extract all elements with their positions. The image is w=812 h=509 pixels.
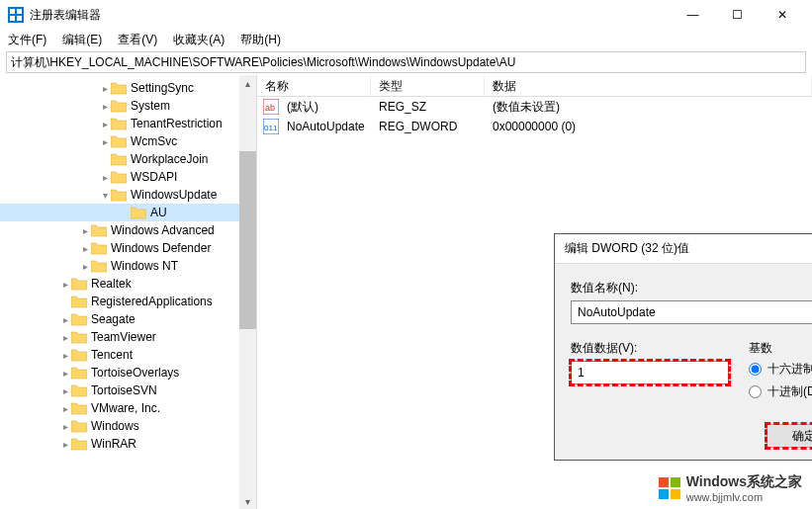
tree-label: WcmSvc (131, 134, 177, 148)
tree-label: Windows (91, 419, 139, 433)
value-data-input[interactable] (571, 361, 729, 384)
minimize-button[interactable]: — (671, 0, 715, 30)
tree-label: TortoiseSVN (91, 383, 157, 397)
tree-item[interactable]: ▸Seagate (0, 310, 256, 328)
tree-label: VMware, Inc. (91, 401, 160, 415)
ok-button[interactable]: 确定 (767, 424, 812, 448)
tree-item[interactable]: ▸Windows NT (0, 257, 256, 275)
tree-item[interactable]: ▸Realtek (0, 275, 256, 293)
expander-icon[interactable]: ▸ (99, 172, 111, 183)
data-label: 数值数据(V): (571, 340, 729, 357)
dialog-title-text: 编辑 DWORD (32 位)值 (565, 240, 689, 257)
expander-icon[interactable]: ▸ (59, 279, 71, 290)
titlebar: 注册表编辑器 — ☐ ✕ (0, 0, 812, 30)
tree-label: WorkplaceJoin (131, 152, 208, 166)
expander-icon[interactable]: ▸ (79, 225, 91, 236)
col-name[interactable]: 名称 (257, 75, 371, 96)
svg-text:011: 011 (264, 124, 278, 132)
tree-item[interactable]: ▸TortoiseSVN (0, 382, 256, 399)
scroll-thumb[interactable] (239, 151, 256, 329)
tree-item[interactable]: WorkplaceJoin (0, 150, 256, 168)
tree-item[interactable]: ▸Windows Advanced (0, 221, 256, 239)
expander-icon[interactable]: ▸ (99, 119, 111, 129)
menu-favorites[interactable]: 收藏夹(A) (173, 32, 225, 48)
svg-rect-12 (671, 489, 680, 499)
tree-scrollbar[interactable]: ▴ ▾ (239, 75, 256, 509)
svg-rect-2 (17, 9, 22, 14)
radio-hex[interactable] (749, 363, 762, 376)
tree-item[interactable]: ▸TortoiseOverlays (0, 364, 256, 382)
tree-item[interactable]: ▸Windows Defender (0, 239, 256, 257)
tree-item[interactable]: ▸WSDAPI (0, 168, 256, 186)
col-type[interactable]: 类型 (371, 75, 485, 96)
expander-icon[interactable]: ▸ (79, 261, 91, 272)
expander-icon[interactable]: ▸ (59, 385, 71, 396)
expander-icon[interactable]: ▸ (99, 83, 111, 94)
tree-label: WinRAR (91, 437, 136, 451)
radio-hex-label: 十六进制(H) (767, 361, 812, 378)
tree-item[interactable]: ▸VMware, Inc. (0, 399, 256, 417)
expander-icon[interactable]: ▸ (99, 101, 111, 112)
tree-label: RegisteredApplications (91, 295, 213, 308)
app-icon (8, 7, 24, 23)
expander-icon[interactable]: ▸ (59, 368, 71, 379)
svg-rect-9 (659, 477, 669, 487)
tree-label: Tencent (91, 348, 133, 362)
name-label: 数值名称(N): (571, 280, 812, 297)
expander-icon[interactable]: ▸ (99, 136, 111, 147)
expander-icon[interactable]: ▸ (59, 332, 71, 343)
tree-item[interactable]: AU (0, 204, 256, 221)
expander-icon[interactable]: ▸ (59, 350, 71, 361)
expander-icon[interactable]: ▸ (59, 439, 71, 450)
list-header: 名称 类型 数据 (257, 75, 812, 97)
tree-item[interactable]: ▾WindowsUpdate (0, 186, 256, 204)
expander-icon[interactable]: ▸ (59, 314, 71, 325)
radio-dec-label: 十进制(D) (767, 383, 812, 400)
expander-icon[interactable]: ▸ (59, 421, 71, 432)
list-row[interactable]: ab(默认)REG_SZ(数值未设置) (257, 97, 812, 117)
tree-item[interactable]: ▸WinRAR (0, 435, 256, 453)
watermark-url: www.bjjmlv.com (686, 491, 802, 503)
menu-file[interactable]: 文件(F) (8, 32, 46, 48)
tree-label: Windows Advanced (111, 223, 215, 237)
windows-logo-icon (659, 477, 680, 499)
tree-item[interactable]: ▸WcmSvc (0, 132, 256, 150)
close-button[interactable]: ✕ (760, 0, 804, 30)
expander-icon[interactable]: ▸ (79, 243, 91, 254)
col-data[interactable]: 数据 (485, 75, 812, 96)
tree-label: WindowsUpdate (131, 188, 217, 202)
expander-icon[interactable]: ▸ (59, 403, 71, 414)
svg-rect-1 (10, 9, 15, 14)
tree-item[interactable]: ▸System (0, 97, 256, 115)
dialog-titlebar: 编辑 DWORD (32 位)值 ✕ (555, 234, 812, 264)
cell-name: NoAutoUpdate (279, 120, 371, 133)
tree-label: System (131, 99, 170, 113)
list-row[interactable]: 011NoAutoUpdateREG_DWORD0x00000000 (0) (257, 117, 812, 136)
tree-item[interactable]: ▸Windows (0, 417, 256, 435)
tree-item[interactable]: ▸TenantRestriction (0, 115, 256, 132)
name-input[interactable] (571, 300, 812, 324)
cell-data: (数值未设置) (485, 99, 812, 116)
edit-dword-dialog: 编辑 DWORD (32 位)值 ✕ 数值名称(N): 数值数据(V): 基数 (554, 233, 812, 461)
tree-label: TenantRestriction (131, 117, 223, 130)
svg-rect-4 (17, 16, 22, 21)
tree-item[interactable]: ▸SettingSync (0, 79, 256, 97)
menu-help[interactable]: 帮助(H) (240, 32, 281, 48)
tree-item[interactable]: ▸TeamViewer (0, 328, 256, 346)
radio-dec[interactable] (749, 385, 762, 398)
tree-pane[interactable]: ▸SettingSync▸System▸TenantRestriction▸Wc… (0, 75, 257, 509)
menu-edit[interactable]: 编辑(E) (62, 32, 102, 48)
scroll-up-icon[interactable]: ▴ (239, 75, 256, 92)
cell-data: 0x00000000 (0) (485, 120, 812, 133)
tree-item[interactable]: RegisteredApplications (0, 293, 256, 310)
svg-text:ab: ab (265, 103, 275, 113)
address-bar[interactable]: 计算机\HKEY_LOCAL_MACHINE\SOFTWARE\Policies… (6, 51, 806, 73)
expander-icon[interactable]: ▾ (99, 190, 111, 201)
scroll-down-icon[interactable]: ▾ (239, 493, 256, 509)
maximize-button[interactable]: ☐ (715, 0, 760, 30)
menu-view[interactable]: 查看(V) (118, 32, 157, 48)
tree-item[interactable]: ▸Tencent (0, 346, 256, 364)
tree-label: Windows NT (111, 259, 178, 273)
base-label: 基数 (749, 340, 812, 357)
tree-label: Realtek (91, 277, 132, 291)
